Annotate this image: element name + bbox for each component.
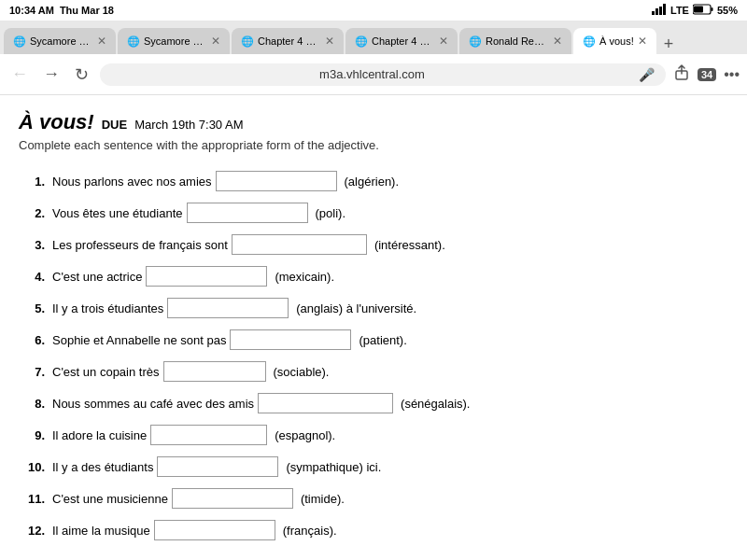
item-number-3: 3.	[19, 238, 45, 252]
tab-count-badge: 34	[698, 68, 716, 81]
url-bar: ← → ↻ m3a.vhlcentral.com 🎤 34 •••	[0, 54, 747, 95]
tab-close-2[interactable]: ✕	[211, 35, 220, 48]
svg-rect-0	[652, 11, 655, 15]
status-day: Thu Mar 18	[60, 5, 114, 16]
exercise-item-1: 1. Nous parlons avec nos amies (algérien…	[19, 171, 728, 191]
svg-rect-1	[655, 8, 658, 15]
reload-button[interactable]: ↻	[71, 64, 92, 85]
tab-close-1[interactable]: ✕	[97, 35, 106, 48]
answer-input-5[interactable]	[167, 298, 289, 318]
sentence-before-4: C'est une actrice	[52, 270, 142, 284]
sentence-after-8: (sénégalais).	[401, 397, 470, 411]
exercise-item-8: 8. Nous sommes au café avec des amis (sé…	[19, 393, 728, 413]
tab-favicon-3: 🌐	[241, 35, 254, 48]
sentence-before-7: C'est un copain très	[52, 365, 160, 379]
sentence-after-5: (anglais) à l'université.	[296, 301, 416, 315]
sentence-after-2: (poli).	[316, 206, 346, 220]
network-type: LTE	[670, 5, 689, 16]
sentence-before-6: Sophie et Annabelle ne sont pas	[52, 333, 226, 347]
item-number-7: 7.	[19, 365, 45, 379]
sentence-before-10: Il y a des étudiants	[52, 460, 153, 474]
more-button[interactable]: •••	[724, 66, 740, 83]
sentence-before-2: Vous êtes une étudiante	[52, 206, 183, 220]
item-number-6: 6.	[19, 333, 45, 347]
exercise-item-2: 2. Vous êtes une étudiante (poli).	[19, 203, 728, 223]
new-tab-button[interactable]: +	[658, 35, 680, 54]
tab-close-4[interactable]: ✕	[439, 35, 448, 48]
answer-input-3[interactable]	[232, 234, 367, 255]
answer-input-11[interactable]	[172, 488, 293, 509]
due-label: DUE	[102, 118, 127, 132]
sentence-after-1: (algérien).	[345, 175, 400, 189]
answer-input-9[interactable]	[150, 425, 267, 445]
tab-close-5[interactable]: ✕	[553, 35, 562, 48]
answer-input-1[interactable]	[216, 171, 337, 191]
exercise-item-5: 5. Il y a trois étudiantes (anglais) à l…	[19, 298, 728, 318]
tab-favicon-4: 🌐	[355, 35, 368, 48]
answer-input-4[interactable]	[146, 266, 267, 287]
sentence-before-1: Nous parlons avec nos amies	[52, 175, 212, 189]
tab-favicon-5: 🌐	[469, 35, 482, 48]
tab-sycamore-sch[interactable]: 🌐 Sycamore Sch... ✕	[118, 28, 230, 54]
tab-chapter4-1[interactable]: 🌐 Chapter 4 Hom... ✕	[232, 28, 344, 54]
sentence-before-11: C'est une musicienne	[52, 492, 168, 506]
instructions-text: Complete each sentence with the appropri…	[19, 138, 728, 152]
url-input-wrap[interactable]: m3a.vhlcentral.com 🎤	[100, 63, 666, 86]
answer-input-8[interactable]	[258, 393, 393, 413]
item-number-8: 8.	[19, 397, 45, 411]
exercise-item-12: 12. Il aime la musique (français).	[19, 520, 728, 540]
answer-input-2[interactable]	[187, 203, 308, 223]
page-title-section: À vous! DUE March 19th 7:30 AM	[19, 110, 728, 134]
tab-favicon-2: 🌐	[127, 35, 140, 48]
tab-bar: 🌐 Sycamore Edu... ✕ 🌐 Sycamore Sch... ✕ …	[0, 21, 747, 54]
share-button[interactable]	[673, 64, 690, 85]
page-content: À vous! DUE March 19th 7:30 AM Complete …	[0, 95, 747, 560]
tab-favicon-6: 🌐	[583, 35, 596, 48]
sentence-before-3: Les professeurs de français sont	[52, 238, 228, 252]
sentence-after-3: (intéressant).	[374, 238, 445, 252]
sentence-after-7: (sociable).	[274, 365, 330, 379]
status-bar: 10:34 AM Thu Mar 18 LTE 55%	[0, 0, 747, 21]
sentence-after-12: (français).	[283, 524, 337, 538]
sentence-after-4: (mexicain).	[275, 270, 334, 284]
exercise-item-11: 11. C'est une musicienne (timide).	[19, 488, 728, 509]
tab-sycamore-edu[interactable]: 🌐 Sycamore Edu... ✕	[4, 28, 116, 54]
sentence-after-9: (espagnol).	[275, 428, 335, 442]
sentence-after-10: (sympathique) ici.	[286, 460, 381, 474]
url-actions: 34 •••	[673, 64, 740, 85]
svg-rect-3	[663, 4, 666, 15]
svg-rect-2	[659, 7, 662, 15]
microphone-icon: 🎤	[639, 67, 655, 82]
svg-rect-6	[694, 7, 703, 13]
answer-input-7[interactable]	[163, 361, 266, 382]
exercise-item-6: 6. Sophie et Annabelle ne sont pas (pati…	[19, 329, 728, 350]
back-button[interactable]: ←	[7, 64, 32, 84]
sentence-after-6: (patient).	[359, 333, 406, 347]
answer-input-10[interactable]	[157, 456, 278, 477]
answer-input-6[interactable]	[230, 329, 351, 350]
answer-input-12[interactable]	[154, 520, 275, 540]
forward-button[interactable]: →	[39, 64, 63, 84]
tab-close-6[interactable]: ✕	[638, 35, 647, 48]
tab-close-3[interactable]: ✕	[325, 35, 334, 48]
status-time: 10:34 AM	[9, 5, 54, 16]
sentence-before-8: Nous sommes au café avec des amis	[52, 397, 254, 411]
item-number-11: 11.	[19, 492, 45, 506]
battery-icon	[693, 4, 713, 17]
exercise-item-3: 3. Les professeurs de français sont (int…	[19, 234, 728, 255]
exercise-list: 1. Nous parlons avec nos amies (algérien…	[19, 171, 728, 540]
exercise-item-7: 7. C'est un copain très (sociable).	[19, 361, 728, 382]
tab-a-vous[interactable]: 🌐 À vous! ✕	[573, 28, 656, 54]
item-number-10: 10.	[19, 460, 45, 474]
item-number-2: 2.	[19, 206, 45, 220]
exercise-item-9: 9. Il adore la cuisine (espagnol).	[19, 425, 728, 445]
tab-ronald-reagan[interactable]: 🌐 Ronald Reaga... ✕	[459, 28, 571, 54]
sentence-before-9: Il adore la cuisine	[52, 428, 147, 442]
due-date: March 19th 7:30 AM	[134, 118, 243, 132]
tab-favicon-1: 🌐	[13, 35, 26, 48]
signal-icon	[652, 4, 667, 17]
item-number-5: 5.	[19, 301, 45, 315]
item-number-9: 9.	[19, 428, 45, 442]
item-number-4: 4.	[19, 270, 45, 284]
tab-chapter4-2[interactable]: 🌐 Chapter 4 Hom... ✕	[345, 28, 458, 54]
